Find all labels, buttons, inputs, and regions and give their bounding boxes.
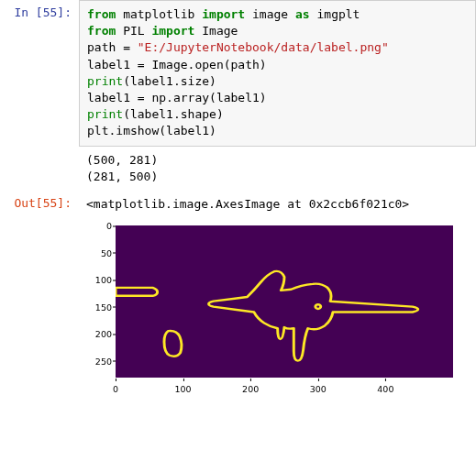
code-text: matplotlib: [116, 7, 202, 21]
string-literal: "E:/JupyterNotebook/data/label.png": [138, 40, 389, 54]
kw-as: as: [295, 7, 310, 21]
kw-import: import: [202, 7, 245, 21]
stdout-line: (281, 500): [86, 170, 158, 183]
code-text: label1 = np.array(label1): [87, 91, 267, 104]
stdout-cell: (500, 281) (281, 500): [0, 147, 476, 191]
code-text: path =: [87, 40, 138, 54]
result-text: <matplotlib.image.AxesImage at 0x2ccb6f0…: [86, 197, 409, 211]
in-prompt: In [55]:: [0, 0, 79, 147]
plot: 0 50 100 150 200 250 0 100 200 300 400: [79, 218, 464, 412]
ytick: 250: [79, 356, 112, 366]
empty-prompt: [0, 147, 79, 191]
ytick: 50: [79, 247, 112, 258]
result-cell: Out[55]: <matplotlib.image.AxesImage at …: [0, 191, 476, 218]
kw-from: from: [87, 24, 116, 38]
code-text: label1 = Image.open(path): [87, 58, 267, 71]
stdout-line: (500, 281): [86, 153, 158, 167]
label-mask-svg: [116, 225, 453, 378]
code-text: (label1.size): [123, 74, 216, 88]
plot-output: 0 50 100 150 200 250 0 100 200 300 400: [0, 218, 476, 412]
xtick: 400: [377, 384, 393, 394]
code-text: Image: [194, 24, 238, 38]
code-text: plt.imshow(label1): [87, 124, 216, 137]
code-area[interactable]: from matplotlib import image as imgplt f…: [79, 0, 476, 147]
code-text: imgplt: [310, 7, 360, 21]
ytick: 150: [79, 302, 112, 312]
xtick: 300: [310, 384, 327, 394]
stdout-area: (500, 281) (281, 500): [79, 147, 476, 191]
svg-point-0: [315, 304, 321, 309]
xtick: 0: [113, 384, 118, 394]
ytick: 200: [79, 329, 112, 339]
input-cell: In [55]: from matplotlib import image as…: [0, 0, 476, 147]
result-area: <matplotlib.image.AxesImage at 0x2ccb6f0…: [79, 191, 476, 218]
axes: 0 50 100 150 200 250 0 100 200 300 400: [79, 222, 464, 405]
ytick: 0: [79, 221, 112, 231]
kw-from: from: [87, 7, 116, 21]
xtick: 100: [175, 384, 192, 394]
image-canvas: [116, 225, 453, 378]
xtick: 200: [242, 384, 259, 394]
builtin-print: print: [87, 107, 123, 121]
code-text: (label1.shape): [123, 107, 224, 121]
kw-import: import: [151, 24, 194, 38]
code-text: image: [245, 7, 295, 21]
out-prompt: Out[55]:: [0, 191, 79, 218]
code-text: PIL: [116, 24, 151, 38]
ytick: 100: [79, 275, 112, 285]
builtin-print: print: [87, 74, 123, 88]
